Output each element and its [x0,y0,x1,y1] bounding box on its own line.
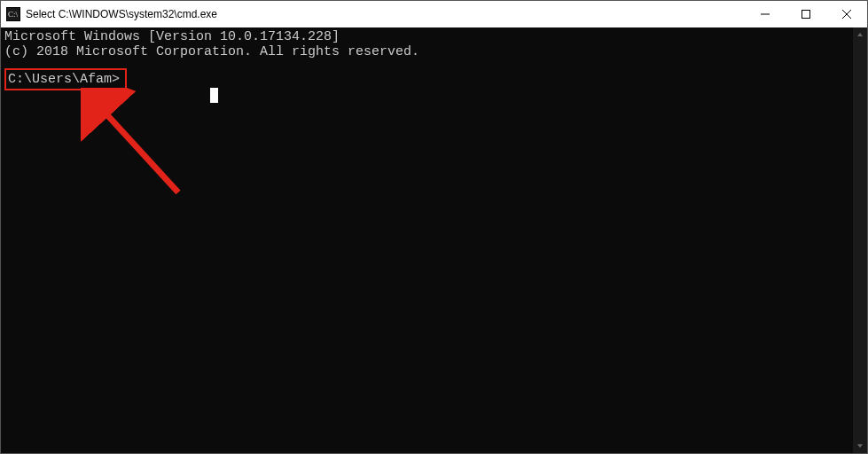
scroll-up-button[interactable] [853,27,867,42]
console-line-copyright: (c) 2018 Microsoft Corporation. All righ… [4,44,864,59]
svg-text:C:\: C:\ [8,10,19,19]
text-cursor [210,88,218,103]
cmd-icon: C:\ [6,7,20,21]
maximize-button[interactable] [786,1,826,27]
window-controls [745,1,867,27]
close-button[interactable] [826,1,867,27]
console-area[interactable]: Microsoft Windows [Version 10.0.17134.22… [1,27,867,453]
titlebar[interactable]: C:\ Select C:\WINDOWS\system32\cmd.exe [1,1,867,27]
console-prompt: C:\Users\Afam> [8,72,120,87]
minimize-button[interactable] [745,1,786,27]
window-title: Select C:\WINDOWS\system32\cmd.exe [26,8,745,20]
annotation-arrow-icon [81,88,196,203]
scroll-down-button[interactable] [853,439,867,453]
svg-rect-4 [802,11,810,19]
prompt-highlight-box: C:\Users\Afam> [4,68,127,90]
vertical-scrollbar[interactable] [853,27,867,453]
svg-line-7 [100,107,178,192]
console-line-version: Microsoft Windows [Version 10.0.17134.22… [4,29,864,44]
cmd-window: C:\ Select C:\WINDOWS\system32\cmd.exe M… [0,0,868,454]
